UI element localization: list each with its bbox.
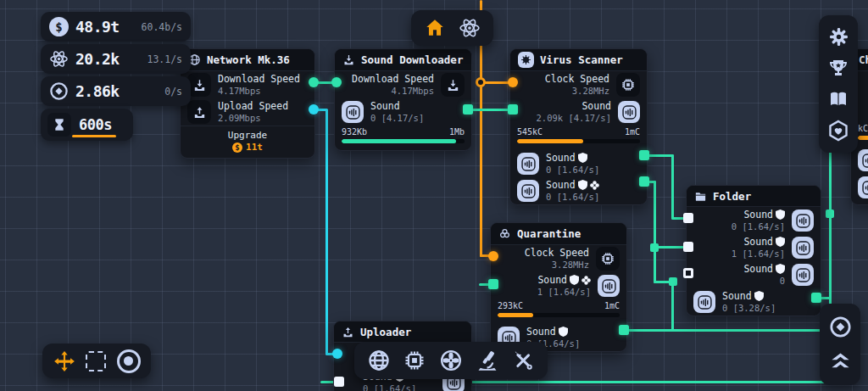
microscope-icon[interactable] xyxy=(476,349,499,372)
row-label: Upload Speed xyxy=(218,100,288,112)
sd-progress: 932Kb 1Mb xyxy=(335,126,471,150)
port-sound-downloader-out[interactable] xyxy=(463,104,473,115)
resource-cores: 2.86k 0/s xyxy=(41,76,191,106)
node-title: Uploader xyxy=(360,326,411,338)
row-value: 0 [1.64/s] xyxy=(546,192,599,203)
folder-input-row-1: Sound 0 [1.64/s] xyxy=(687,207,821,234)
node-folder-header[interactable]: Folder xyxy=(687,186,821,207)
row-value: 0 [1.64/s] xyxy=(546,165,599,176)
home-icon[interactable] xyxy=(424,17,446,39)
sound-icon xyxy=(858,176,868,198)
shield-icon xyxy=(776,237,785,247)
progress-current: 932Kb xyxy=(342,127,367,137)
node-network-header[interactable]: Network Mk.36 xyxy=(181,49,314,71)
port-sound-downloader-in[interactable] xyxy=(331,77,342,87)
port-quarantine-out[interactable] xyxy=(619,325,629,335)
port-virus-scanner-out-2[interactable] xyxy=(639,176,649,187)
research-rate: 13.1/s xyxy=(147,53,182,65)
cores-value: 2.86k xyxy=(75,82,120,100)
port-folder-out[interactable] xyxy=(811,293,821,303)
category-dock xyxy=(354,342,548,379)
row-value: 2.09k [4.17/s] xyxy=(536,113,611,124)
node-title: Ch xyxy=(859,53,868,66)
atom-icon xyxy=(49,49,69,69)
edge-row-2 xyxy=(851,174,868,201)
row-value: 1 [1.64/s] xyxy=(732,249,785,260)
atom-icon[interactable] xyxy=(459,17,481,39)
globe-icon[interactable] xyxy=(367,349,391,372)
folder-input-row-2: Sound 1 [1.64/s] xyxy=(687,234,821,261)
row-label: Sound xyxy=(536,100,611,112)
wire-segment xyxy=(625,329,832,332)
marquee-select-icon[interactable] xyxy=(86,351,106,371)
tools-icon[interactable] xyxy=(511,349,535,372)
fan-icon[interactable] xyxy=(439,349,463,372)
node-sound-downloader-header[interactable]: Sound Downloader xyxy=(335,49,471,71)
sound-icon xyxy=(693,291,715,313)
sound-icon xyxy=(792,209,814,232)
port-quarantine-sound-in[interactable] xyxy=(488,279,498,289)
port-uploader-in-2[interactable] xyxy=(334,377,344,387)
folder-icon xyxy=(694,190,707,203)
gear-icon[interactable] xyxy=(828,26,849,47)
progress-fill xyxy=(517,139,583,143)
shield-icon xyxy=(570,275,579,285)
ring-diamond-icon[interactable] xyxy=(829,316,852,338)
port-folder-in-1[interactable] xyxy=(683,213,693,223)
row-label: Download Speed xyxy=(352,73,434,85)
node-quarantine-header[interactable]: Quarantine xyxy=(491,223,626,245)
progress-max: 1mC xyxy=(625,127,640,137)
download-icon xyxy=(441,73,465,97)
port-uploader-in-1[interactable] xyxy=(332,349,342,359)
double-chevron-up-icon[interactable] xyxy=(829,350,852,373)
wire-junction xyxy=(826,209,834,218)
port-virus-scanner-clock-in[interactable] xyxy=(508,77,518,87)
shield-icon xyxy=(776,264,785,274)
progress-fill xyxy=(342,139,456,143)
timer-underline xyxy=(72,135,116,137)
network-upgrade-button[interactable]: Upgrade $ 11t xyxy=(181,126,314,158)
row-value: 1 [1.64/s] xyxy=(537,287,591,298)
upgrade-label: Upgrade xyxy=(181,130,314,141)
coin-icon: $ xyxy=(232,142,242,153)
bottom-left-dock xyxy=(42,344,151,378)
row-label: Clock Speed xyxy=(545,73,609,85)
research-value: 20.2k xyxy=(75,50,120,68)
q-progress: 293kC 1mC xyxy=(491,299,626,324)
row-value: 3.28MHz xyxy=(545,86,609,97)
cpu-icon[interactable] xyxy=(403,349,426,372)
wire-segment xyxy=(654,181,656,283)
vs-output-row-1: Sound 0 [1.64/s] xyxy=(510,150,647,177)
node-title: Network Mk.36 xyxy=(207,53,290,66)
row-label: Sound xyxy=(743,236,773,248)
port-network-download-out[interactable] xyxy=(309,77,319,87)
node-uploader-header[interactable]: Uploader xyxy=(334,321,471,343)
sound-icon xyxy=(517,180,539,202)
port-folder-in-2[interactable] xyxy=(683,242,693,252)
game-canvas[interactable]: Network Mk.36 Download Speed 4.17Mbps Up… xyxy=(0,0,868,391)
vs-clock-row: Clock Speed 3.28MHz xyxy=(510,71,647,98)
focus-circle-icon[interactable] xyxy=(117,349,141,373)
node-sound-downloader: Sound Downloader Download Speed 4.17Mbps… xyxy=(334,48,472,151)
port-quarantine-clock-in[interactable] xyxy=(488,251,498,261)
ring-diamond-icon xyxy=(49,81,69,101)
sound-icon xyxy=(598,275,620,297)
node-network: Network Mk.36 Download Speed 4.17Mbps Up… xyxy=(180,48,315,159)
sd-download-row: Download Speed 4.17Mbps xyxy=(335,71,471,98)
biohazard-icon xyxy=(498,227,511,240)
trophy-icon[interactable] xyxy=(828,58,849,78)
edge-row-1 xyxy=(851,147,868,174)
move-icon[interactable] xyxy=(53,350,75,372)
hex-heart-icon[interactable] xyxy=(827,120,849,142)
book-icon[interactable] xyxy=(828,89,849,109)
progress-fill xyxy=(498,313,533,317)
port-virus-scanner-sound-in[interactable] xyxy=(508,104,518,115)
node-title: Virus Scanner xyxy=(540,53,623,66)
node-virus-scanner-header[interactable]: Virus Scanner xyxy=(510,49,647,71)
port-virus-scanner-out-1[interactable] xyxy=(639,150,649,160)
node-title: Folder xyxy=(713,190,751,203)
port-folder-in-3[interactable] xyxy=(683,268,693,278)
port-network-upload-out[interactable] xyxy=(309,104,319,115)
sound-icon xyxy=(792,237,814,259)
shield-icon xyxy=(578,153,587,163)
